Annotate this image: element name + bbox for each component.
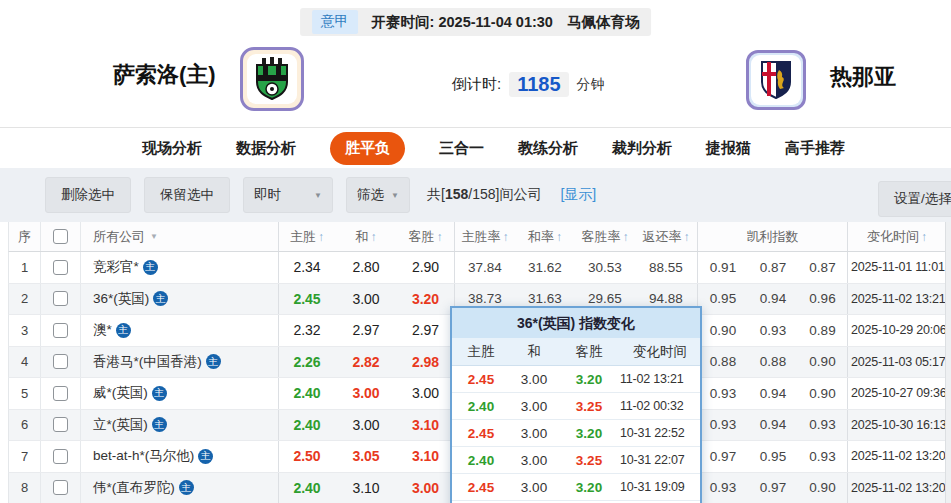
kelly-away: 0.90 <box>798 378 848 409</box>
popup-row: 2.40 3.00 3.25 10-31 22:07 <box>452 447 700 474</box>
instant-odds-dropdown[interactable]: 即时 ▼ <box>243 177 333 213</box>
company-cell[interactable]: 伟*(直布罗陀) 主 <box>81 473 279 503</box>
draw-odds[interactable]: 2.80 <box>335 252 397 283</box>
home-odds[interactable]: 2.45 <box>279 284 335 315</box>
sort-asc-icon: ↑ <box>921 230 927 244</box>
popup-draw-odds: 3.00 <box>510 420 558 446</box>
odds-change-popup: 36*(英国) 指数变化 主胜 和 客胜 变化时间 2.45 3.00 3.20… <box>450 306 702 503</box>
popup-away-odds: 3.20 <box>558 366 620 392</box>
away-odds[interactable]: 2.97 <box>397 315 455 346</box>
draw-odds[interactable]: 3.10 <box>335 473 397 503</box>
kelly-draw: 0.94 <box>748 378 798 409</box>
row-number: 3 <box>9 315 41 346</box>
header-home-rate-label: 主胜率 <box>462 228 501 246</box>
popup-home-odds: 2.45 <box>452 366 510 392</box>
company-cell[interactable]: bet-at-h*(马尔他) 主 <box>81 441 279 472</box>
company-cell[interactable]: 威*(英国) 主 <box>81 378 279 409</box>
popup-header-away: 客胜 <box>558 338 620 365</box>
sort-asc-icon: ↑ <box>371 230 377 244</box>
filter-dropdown[interactable]: 筛选 ▼ <box>346 177 410 213</box>
home-odds[interactable]: 2.34 <box>279 252 335 283</box>
change-time: 2025-10-30 16:13 <box>848 410 946 441</box>
away-odds[interactable]: 3.10 <box>397 441 455 472</box>
kelly-draw: 0.97 <box>748 473 798 503</box>
away-odds[interactable]: 2.90 <box>397 252 455 283</box>
company-cell[interactable]: 竞彩官* 主 <box>81 252 279 283</box>
keep-selected-button[interactable]: 保留选中 <box>144 177 230 213</box>
kelly-home: 0.88 <box>698 347 748 378</box>
away-odds[interactable]: 2.98 <box>397 347 455 378</box>
draw-odds[interactable]: 3.00 <box>335 378 397 409</box>
header-home-rate[interactable]: 主胜率↑ <box>455 222 515 251</box>
header-draw-rate[interactable]: 和率↑ <box>515 222 575 251</box>
nav-tab[interactable]: 捷报猫 <box>706 139 751 158</box>
home-odds[interactable]: 2.40 <box>279 378 335 409</box>
row-checkbox[interactable] <box>53 480 68 495</box>
kelly-home: 0.90 <box>698 315 748 346</box>
popup-change-time: 11-02 13:21 <box>620 366 700 392</box>
company-cell[interactable]: 36*(英国) 主 <box>81 284 279 315</box>
row-checkbox[interactable] <box>53 260 68 275</box>
instant-odds-label: 即时 <box>254 186 281 204</box>
header-away-rate[interactable]: 客胜率↑ <box>575 222 635 251</box>
popup-draw-odds: 3.00 <box>510 447 558 473</box>
home-odds[interactable]: 2.50 <box>279 441 335 472</box>
home-badge-icon: 主 <box>198 449 213 464</box>
company-name: 36*(英国) <box>93 290 149 308</box>
away-odds[interactable]: 3.10 <box>397 410 455 441</box>
home-odds[interactable]: 2.40 <box>279 410 335 441</box>
row-checkbox[interactable] <box>53 323 68 338</box>
draw-odds[interactable]: 3.05 <box>335 441 397 472</box>
nav-tab[interactable]: 胜平负 <box>330 132 405 165</box>
header-draw-odds[interactable]: 和↑ <box>335 222 397 251</box>
select-all-checkbox[interactable] <box>53 229 68 244</box>
nav-tab[interactable]: 高手推荐 <box>785 139 845 158</box>
draw-odds[interactable]: 2.97 <box>335 315 397 346</box>
header-company[interactable]: 所有公司 ▼ <box>81 222 279 251</box>
home-odds[interactable]: 2.26 <box>279 347 335 378</box>
popup-draw-odds: 3.00 <box>510 474 558 500</box>
draw-odds[interactable]: 3.00 <box>335 410 397 441</box>
company-count: 共[158/158]间公司 <box>427 186 541 204</box>
row-checkbox[interactable] <box>53 291 68 306</box>
show-link[interactable]: [显示] <box>560 186 596 204</box>
company-cell[interactable]: 立*(英国) 主 <box>81 410 279 441</box>
away-odds[interactable]: 3.00 <box>397 378 455 409</box>
header-change-time[interactable]: 变化时间↑ <box>848 222 946 251</box>
kelly-draw: 0.94 <box>748 410 798 441</box>
row-checkbox[interactable] <box>53 417 68 432</box>
nav-tab[interactable]: 现场分析 <box>142 139 202 158</box>
header-home-odds[interactable]: 主胜↑ <box>279 222 335 251</box>
header-company-label: 所有公司 <box>93 228 145 246</box>
header-return-rate[interactable]: 返还率↑ <box>635 222 698 251</box>
venue-name: 马佩体育场 <box>567 13 640 32</box>
popup-home-odds: 2.45 <box>452 474 510 500</box>
change-time: 2025-11-01 11:01 <box>848 252 946 283</box>
away-odds[interactable]: 3.20 <box>397 284 455 315</box>
row-checkbox[interactable] <box>53 354 68 369</box>
company-cell[interactable]: 香港马*(中国香港) 主 <box>81 347 279 378</box>
kelly-away: 0.93 <box>798 441 848 472</box>
vertical-scrollbar[interactable] <box>945 222 951 503</box>
header-away-odds[interactable]: 客胜↑ <box>397 222 455 251</box>
delete-selected-button[interactable]: 删除选中 <box>45 177 131 213</box>
nav-tab[interactable]: 数据分析 <box>236 139 296 158</box>
home-odds[interactable]: 2.32 <box>279 315 335 346</box>
draw-odds[interactable]: 3.00 <box>335 284 397 315</box>
row-checkbox[interactable] <box>53 386 68 401</box>
away-odds[interactable]: 3.00 <box>397 473 455 503</box>
popup-away-odds: 3.25 <box>558 393 620 419</box>
draw-odds[interactable]: 2.82 <box>335 347 397 378</box>
change-time: 2025-11-02 13:20 <box>848 441 946 472</box>
nav-tab[interactable]: 教练分析 <box>518 139 578 158</box>
popup-change-time: 10-31 22:52 <box>620 420 700 446</box>
settings-select-button[interactable]: 设置/选择 <box>878 181 951 217</box>
home-odds[interactable]: 2.40 <box>279 473 335 503</box>
company-cell[interactable]: 澳* 主 <box>81 315 279 346</box>
row-checkbox[interactable] <box>53 449 68 464</box>
match-info-strip: 意甲 开赛时间: 2025-11-04 01:30 马佩体育场 <box>300 8 652 36</box>
nav-tab[interactable]: 裁判分析 <box>612 139 672 158</box>
popup-change-time: 10-31 19:09 <box>620 474 700 500</box>
nav-tab[interactable]: 三合一 <box>439 139 484 158</box>
kelly-away: 0.89 <box>798 315 848 346</box>
